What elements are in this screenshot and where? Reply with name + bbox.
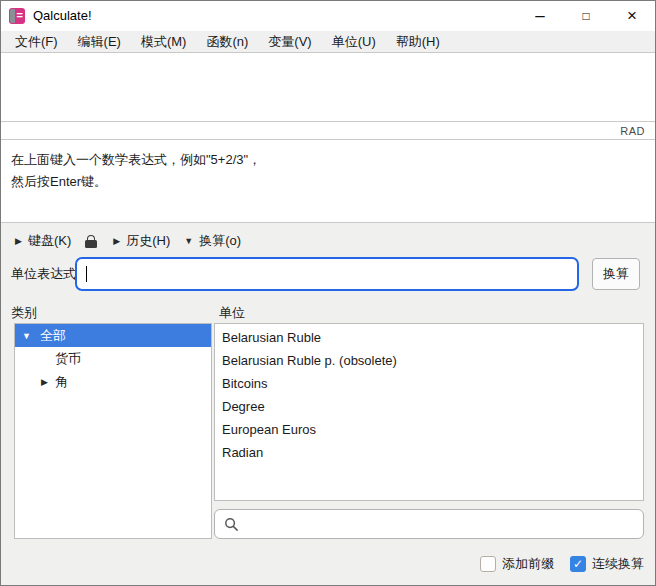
conversion-options: 添加前缀 ✓ 连续换算 [480, 555, 644, 573]
menu-mode[interactable]: 模式(M) [131, 31, 197, 52]
continuous-conversion-checkbox[interactable]: ✓ [570, 556, 586, 572]
continuous-conversion-label: 连续换算 [592, 555, 644, 573]
unit-list-item[interactable]: Bitcoins [215, 372, 643, 395]
tree-item-angle[interactable]: ▶ 角 [15, 370, 211, 393]
unit-expression-label: 单位表达式 [11, 265, 76, 283]
menu-units[interactable]: 单位(U) [322, 31, 386, 52]
expression-input-area[interactable] [1, 54, 655, 122]
conversion-expander[interactable]: 换算(o) [199, 232, 241, 250]
unit-column-header: 单位 [219, 304, 245, 322]
menu-help[interactable]: 帮助(H) [386, 31, 450, 52]
unit-list-item[interactable]: Belarusian Ruble p. (obsolete) [215, 349, 643, 372]
menu-variables[interactable]: 变量(V) [258, 31, 321, 52]
hint-line-2: 然后按Enter键。 [11, 171, 645, 193]
continuous-conversion-option[interactable]: ✓ 连续换算 [570, 555, 644, 573]
collapsed-arrow-icon[interactable]: ▶ [41, 377, 48, 387]
unit-list-item[interactable]: Belarusian Ruble [215, 326, 643, 349]
menu-edit[interactable]: 编辑(E) [68, 31, 131, 52]
history-expander-icon[interactable]: ▶ [113, 236, 120, 246]
lower-pane: ▶ 键盘(K) ▶ 历史(H) ▼ 换算(o) 单位表达式 换算 类别 单位 ▼… [1, 223, 655, 586]
tree-item-currency[interactable]: 货币 [15, 347, 211, 370]
title-bar: Qalculate! – □ × [1, 1, 655, 31]
add-prefix-option[interactable]: 添加前缀 [480, 555, 554, 573]
hint-line-1: 在上面键入一个数学表达式，例如"5+2/3"， [11, 149, 645, 171]
qalculate-window: Qalculate! – □ × 文件(F) 编辑(E) 模式(M) 函数(n)… [0, 0, 656, 586]
unit-list-item[interactable]: Degree [215, 395, 643, 418]
angle-mode-indicator[interactable]: RAD [620, 125, 645, 137]
keyboard-expander-icon[interactable]: ▶ [15, 236, 22, 246]
lock-icon[interactable] [85, 235, 97, 248]
add-prefix-label: 添加前缀 [502, 555, 554, 573]
unit-list-item[interactable]: Radian [215, 441, 643, 464]
status-bar: RAD [1, 123, 655, 140]
close-button[interactable]: × [609, 1, 655, 31]
unit-search-input[interactable] [214, 509, 644, 539]
result-hint-area: 在上面键入一个数学表达式，例如"5+2/3"， 然后按Enter键。 [1, 141, 655, 223]
category-tree: ▼ 全部 货币 ▶ 角 [14, 323, 212, 539]
maximize-button[interactable]: □ [563, 1, 609, 31]
minimize-button[interactable]: – [517, 1, 563, 31]
window-title: Qalculate! [33, 8, 92, 23]
menu-functions[interactable]: 函数(n) [196, 31, 258, 52]
menu-bar: 文件(F) 编辑(E) 模式(M) 函数(n) 变量(V) 单位(U) 帮助(H… [1, 31, 655, 53]
menu-file[interactable]: 文件(F) [5, 31, 68, 52]
convert-button[interactable]: 换算 [592, 258, 640, 290]
conversion-expander-icon[interactable]: ▼ [184, 236, 193, 246]
qalculate-app-icon [9, 8, 25, 24]
keyboard-expander[interactable]: 键盘(K) [28, 232, 71, 250]
text-caret [86, 266, 87, 282]
tree-item-all[interactable]: ▼ 全部 [15, 324, 211, 347]
unit-list: Belarusian Ruble Belarusian Ruble p. (ob… [214, 323, 644, 501]
expander-toolbar: ▶ 键盘(K) ▶ 历史(H) ▼ 换算(o) [15, 231, 255, 251]
window-controls: – □ × [517, 1, 655, 31]
unit-list-item[interactable]: European Euros [215, 418, 643, 441]
history-expander[interactable]: 历史(H) [126, 232, 170, 250]
category-column-header: 类别 [11, 304, 37, 322]
add-prefix-checkbox[interactable] [480, 556, 496, 572]
expanded-arrow-icon[interactable]: ▼ [22, 331, 31, 341]
search-icon [224, 517, 239, 532]
unit-expression-input[interactable] [75, 257, 579, 291]
